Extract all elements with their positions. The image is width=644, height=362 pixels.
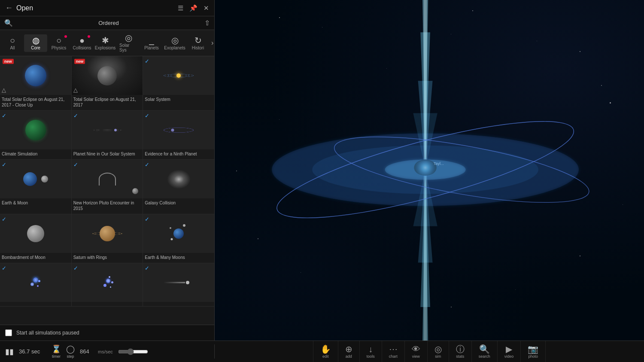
sim-check-icon: ✓ xyxy=(2,113,6,119)
tabs-scroll-right[interactable]: › xyxy=(210,39,214,47)
sim-check-icon: ✓ xyxy=(2,216,6,222)
panel-header-icons: ☰ 📌 ✕ xyxy=(178,4,209,12)
sim-name xyxy=(0,302,71,304)
sim-item-ninth[interactable]: ✓ Evidence for a Ninth Planet xyxy=(143,111,214,159)
sim-name: New Horizon Pluto Encounter in 2015 xyxy=(72,198,143,211)
close-icon[interactable]: ✕ xyxy=(204,4,209,12)
sim-check-icon: ✓ xyxy=(73,161,78,168)
search-icon[interactable]: 🔍 xyxy=(4,19,13,27)
pin-icon[interactable]: 📌 xyxy=(189,4,197,12)
sim-item-newhorizon[interactable]: ✓ New Horizon Pluto Encounter in 2015 xyxy=(72,160,143,214)
tool-add[interactable]: ⊕ add xyxy=(338,341,360,362)
sim-name: Saturn with Rings xyxy=(72,253,143,260)
sim-row: ✓ Bombardment of Moon Saturn with Rings xyxy=(0,214,214,263)
tool-edit[interactable]: ✋ edit xyxy=(313,341,338,362)
sim-name xyxy=(72,302,143,304)
tool-chart[interactable]: ⋯ chart xyxy=(382,341,405,362)
svg-text:Tayl...: Tayl... xyxy=(433,161,444,166)
panel-footer: Start all simulations paused xyxy=(0,325,214,341)
tab-collisions[interactable]: ● Collisions xyxy=(70,34,94,52)
list-icon[interactable]: ☰ xyxy=(178,4,183,12)
sim-row: ✓ Earth & Moon ✓ New Horizon Pluto Encou… xyxy=(0,160,214,214)
toolbar-tools: ✋ edit ⊕ add ↓ tools ⋯ chart 👁 view ◎ si… xyxy=(215,341,644,362)
sim-item-climate[interactable]: ✓ Climate Simulation xyxy=(0,111,72,159)
sim-check-icon: ✓ xyxy=(145,216,149,222)
speed-display: 864 xyxy=(80,348,93,355)
step-button[interactable]: ◯ step xyxy=(66,344,75,359)
panel-header: ← Open ☰ 📌 ✕ xyxy=(0,0,214,16)
pause-button[interactable]: ▮▮ xyxy=(5,347,14,356)
svg-point-20 xyxy=(385,160,466,180)
tab-all[interactable]: ○ All xyxy=(1,34,24,52)
tool-sim[interactable]: ◎ sim xyxy=(428,341,449,362)
tool-search[interactable]: 🔍 search xyxy=(472,341,498,362)
sim-item-planet9[interactable]: ✓ Planet Nine in Our Solar System xyxy=(72,111,143,159)
tab-explosions[interactable]: ✱ Explosions xyxy=(94,34,117,52)
tool-tools[interactable]: ↓ tools xyxy=(360,341,382,362)
sim-item-earthmoons[interactable]: ✓ Earth & Many Moons xyxy=(143,214,214,263)
tool-view[interactable]: 👁 view xyxy=(405,341,428,362)
sim-item-earthmoon[interactable]: ✓ Earth & Moon xyxy=(0,160,72,214)
speed-unit: ms/sec xyxy=(98,349,113,354)
tab-solarsys[interactable]: ◎ Solar Sys xyxy=(117,32,140,54)
left-panel: ← Open ☰ 📌 ✕ 🔍 Ordered ⇧ ○ All ◍ Core xyxy=(0,0,215,341)
sim-name: Earth & Many Moons xyxy=(143,253,214,260)
sim-name xyxy=(143,302,214,304)
playback-icons: ⌛ timer ◯ step xyxy=(52,344,75,359)
sim-name: Total Solar Eclipse on August 21, 2017 xyxy=(72,95,143,108)
sim-item-eclipse[interactable]: new △ Total Solar Eclipse on August 21, … xyxy=(72,56,143,110)
sim-name: Galaxy Collision xyxy=(143,198,214,206)
tool-stats[interactable]: ⓘ stats xyxy=(449,341,472,362)
sim-item-stars1[interactable]: ✓ xyxy=(0,263,72,306)
tab-histori[interactable]: ↻ Histori xyxy=(186,34,210,52)
collisions-new-dot xyxy=(88,35,90,38)
panel-title: Open xyxy=(16,4,174,12)
sim-check-icon: ✓ xyxy=(145,265,149,271)
sim-warn-icon: △ xyxy=(2,87,6,93)
pause-label[interactable]: Start all simulations paused xyxy=(16,330,79,336)
sim-name: Earth & Moon xyxy=(0,198,71,206)
pause-checkbox[interactable] xyxy=(5,329,12,336)
sim-item-galaxy[interactable]: ✓ Galaxy Collision xyxy=(143,160,214,214)
sim-item-comet[interactable]: ✓ xyxy=(143,263,214,306)
sim-item-stars2[interactable]: ✓ xyxy=(72,263,143,306)
sim-name: Climate Simulation xyxy=(0,149,71,157)
sim-badge-new: new xyxy=(3,59,14,64)
sim-name: Evidence for a Ninth Planet xyxy=(143,149,214,157)
playback-section: ▮▮ 36.7 sec ⌛ timer ◯ step 864 ms/sec xyxy=(0,344,215,359)
sim-name: Total Solar Eclipse on August 21, 2017 -… xyxy=(0,95,71,108)
sim-name: Bombardment of Moon xyxy=(0,253,71,260)
timer-button[interactable]: ⌛ timer xyxy=(52,344,61,359)
bottom-toolbar: ▮▮ 36.7 sec ⌛ timer ◯ step 864 ms/sec ✋ … xyxy=(0,341,644,362)
main-area: ← Open ☰ 📌 ✕ 🔍 Ordered ⇧ ○ All ◍ Core xyxy=(0,0,644,341)
sim-name: Planet Nine in Our Solar System xyxy=(72,149,143,157)
sim-check-icon: ✓ xyxy=(145,161,149,168)
sim-check-icon: ✓ xyxy=(145,113,149,119)
tab-physics[interactable]: ○ Physics xyxy=(47,34,70,52)
viz-area: Tayl... xyxy=(215,0,644,341)
back-button[interactable]: ← xyxy=(5,3,13,12)
sim-check-icon: ✓ xyxy=(2,265,6,271)
sim-check-icon: ✓ xyxy=(73,113,78,119)
sim-item-solar[interactable]: ✓ Solar System xyxy=(143,56,214,110)
category-tabs: ○ All ◍ Core ○ Physics ● Collisions ✱ Ex… xyxy=(0,30,214,56)
sim-row: ✓ Climate Simulation ✓ xyxy=(0,111,214,160)
tool-video[interactable]: ▶ video xyxy=(498,341,521,362)
time-display: 36.7 sec xyxy=(19,348,45,355)
sim-check-icon: ✓ xyxy=(2,161,6,168)
speed-slider[interactable] xyxy=(118,348,148,355)
sort-up-icon[interactable]: ⇧ xyxy=(204,19,210,27)
sim-warn-icon: △ xyxy=(73,87,78,93)
sim-item-eclipse-closeup[interactable]: new △ Total Solar Eclipse on August 21, … xyxy=(0,56,72,110)
tab-core[interactable]: ◍ Core xyxy=(24,34,47,52)
tab-exoplanets[interactable]: ◎ Exoplanets xyxy=(163,34,186,52)
tool-photo[interactable]: 📷 photo xyxy=(521,341,546,362)
sim-check-icon: ✓ xyxy=(73,265,78,271)
sim-item-saturn[interactable]: Saturn with Rings xyxy=(72,214,143,263)
sim-row: new △ Total Solar Eclipse on August 21, … xyxy=(0,56,214,111)
pulsar-visualization: Tayl... xyxy=(215,0,644,341)
sim-name: Solar System xyxy=(143,95,214,102)
tab-planets[interactable]: ⎯ Planets xyxy=(140,34,163,52)
sim-item-moonbomb[interactable]: ✓ Bombardment of Moon xyxy=(0,214,72,263)
search-bar: 🔍 Ordered ⇧ xyxy=(0,16,214,30)
